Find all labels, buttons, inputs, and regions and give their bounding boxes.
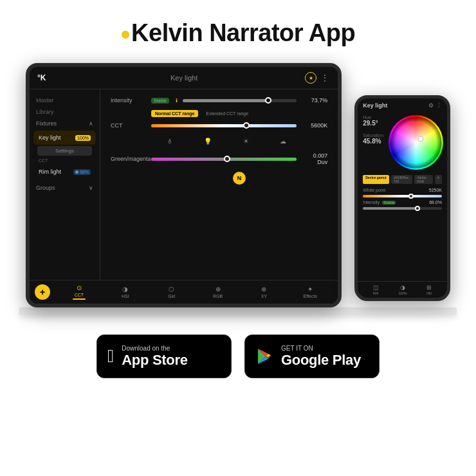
saturation-value: 45.8% [363, 138, 383, 145]
cct-extended-tab[interactable]: Extended CCT range [202, 110, 252, 117]
phone-intensity-value: 68.0% [429, 200, 442, 205]
sun-icon: ☀ [243, 138, 249, 145]
color-stats: Hue 29.5° Saturation 45.8% [363, 115, 383, 145]
hsi-label: HSI [426, 291, 432, 295]
nav-hsi[interactable]: ◑ HSI [103, 286, 148, 298]
srgb-tag[interactable]: sRGB/Rec 709 [391, 175, 413, 184]
color-wheel[interactable] [389, 115, 443, 170]
cct-label: CCT [30, 157, 100, 164]
device-gamut-tag[interactable]: Device gamut [363, 175, 389, 184]
fixtures-chevron-icon[interactable]: ∧ [89, 120, 93, 127]
cct-value: 5600K [302, 122, 327, 129]
cct-tabs: Normal CCT range Extended CCT range [151, 110, 327, 117]
phone-intensity-badge: Stable [382, 201, 396, 205]
surface [19, 307, 457, 315]
add-fixture-button[interactable]: + [35, 284, 50, 300]
phone-intensity-label: Intensity [363, 200, 380, 205]
phone-tags: Device gamut sRGB/Rec 709 Adobe RGB A [358, 172, 447, 187]
intensity-thumb [265, 97, 271, 104]
cct-slider[interactable] [151, 124, 297, 127]
phone-topbar: Key light ⚙ ⋮ [358, 98, 447, 113]
hsi-nav-label: HSI [122, 294, 129, 298]
devices-container: °K Key light ★ ⋮ Master Library Fixtures… [0, 57, 476, 307]
color-wheel-area: Hue 29.5° Saturation 45.8% [358, 113, 447, 172]
star-icon[interactable]: ★ [305, 72, 316, 84]
intensity-info-icon: ℹ [176, 98, 178, 104]
phone-intensity-thumb [415, 206, 420, 211]
nav-gel[interactable]: ⬡ Gel [149, 286, 194, 298]
gm-thumb [224, 156, 230, 162]
adobe-rgb-tag[interactable]: Adobe RGB [414, 175, 432, 184]
phone-nav-100[interactable]: ◑ 100% [399, 284, 407, 295]
page-title: •Kelvin Narrator App [0, 19, 476, 50]
tablet-sidebar: Master Library Fixtures ∧ Key light 100%… [30, 89, 100, 280]
sidebar-key-light[interactable]: Key light 100% [33, 131, 96, 145]
cct-row: CCT 5600K [111, 122, 327, 129]
saturation-stat: Saturation 45.8% [363, 133, 383, 145]
header: •Kelvin Narrator App [0, 0, 476, 57]
svg-point-2 [390, 117, 442, 169]
neutral-button[interactable]: N [233, 172, 246, 185]
intensity-value: 73.7% [302, 97, 327, 104]
cct-normal-tab[interactable]: Normal CCT range [151, 110, 198, 117]
phone-nav-na[interactable]: ◫ N/A [373, 284, 379, 295]
phone-title: Key light [363, 102, 426, 109]
intensity-fill [183, 99, 267, 102]
google-play-text: GET IT ON Google Play [281, 345, 361, 368]
saturation-label: Saturation [363, 133, 383, 138]
na-icon: ◫ [373, 284, 379, 291]
a-tag[interactable]: A [435, 175, 442, 184]
phone-more-icon[interactable]: ⋮ [436, 102, 442, 109]
settings-button[interactable]: Settings [37, 146, 92, 156]
effects-nav-label: Effects [304, 294, 317, 298]
app-store-text: Download on the App Store [122, 345, 187, 368]
nav-xy[interactable]: ⊗ XY [242, 286, 287, 298]
groups-chevron-icon[interactable]: ∨ [89, 185, 93, 191]
sidebar-master[interactable]: Master [30, 95, 100, 106]
phone-intensity-slider-container [358, 206, 447, 211]
sidebar-rim-light[interactable]: Rim light 98% [33, 165, 96, 178]
nav-cct[interactable]: ⊙ CCT [57, 284, 102, 300]
tablet-title: Key light [63, 74, 305, 82]
phone-settings-icon[interactable]: ⚙ [428, 102, 434, 109]
sidebar-library[interactable]: Library [30, 106, 100, 118]
intensity-slider[interactable] [183, 99, 297, 102]
intensity-badge: Stable [151, 98, 169, 104]
cct-nav-icon: ⊙ [77, 284, 82, 291]
intensity-row: Intensity Stable ℹ 73.7% [111, 97, 327, 104]
sidebar-fixtures-label[interactable]: Fixtures [36, 120, 57, 127]
tablet-topbar: °K Key light ★ ⋮ [30, 67, 338, 89]
gm-label: Green/magenta [111, 156, 146, 162]
white-point-fill [363, 195, 442, 197]
phone-nav-hsi[interactable]: ⊞ HSI [426, 284, 432, 295]
app-store-button[interactable]:  Download on the App Store [96, 334, 232, 378]
google-play-large-text: Google Play [281, 352, 361, 368]
phone-screen: Key light ⚙ ⋮ Hue 29.5° Saturation 45.8% [358, 98, 447, 298]
gm-slider[interactable] [151, 158, 297, 161]
cloud-icon: ☁ [280, 138, 286, 145]
xy-nav-icon: ⊗ [261, 286, 266, 293]
intensity-label: Intensity [111, 97, 146, 104]
n-button-container: N [151, 172, 327, 185]
sidebar-groups-header: Groups ∨ [30, 182, 100, 194]
white-point-row: White point 5250K [358, 187, 447, 194]
percent-label: 100% [399, 291, 407, 295]
rgb-nav-icon: ⊕ [215, 286, 221, 293]
na-label: N/A [373, 291, 378, 295]
white-point-thumb [408, 194, 414, 199]
phone-intensity-slider[interactable] [363, 207, 442, 210]
nav-rgb[interactable]: ⊕ RGB [196, 286, 241, 298]
phone-intensity-fill [363, 207, 416, 210]
sidebar-groups-label[interactable]: Groups [36, 185, 55, 191]
app-store-large-text: App Store [122, 352, 187, 368]
white-point-label: White point [363, 188, 385, 192]
google-play-button[interactable]: GET IT ON Google Play [244, 334, 380, 378]
more-options-icon[interactable]: ⋮ [320, 73, 330, 83]
cct-label: CCT [111, 122, 146, 129]
hsi-nav-icon: ◑ [122, 286, 128, 293]
app-buttons-container:  Download on the App Store GET IT ON Go… [0, 315, 476, 391]
nav-effects[interactable]: ✦ Effects [288, 286, 333, 298]
phone-intensity-row: Intensity Stable 68.0% [358, 199, 447, 206]
white-point-slider[interactable] [363, 195, 442, 197]
phone-device: Key light ⚙ ⋮ Hue 29.5° Saturation 45.8% [354, 95, 450, 301]
